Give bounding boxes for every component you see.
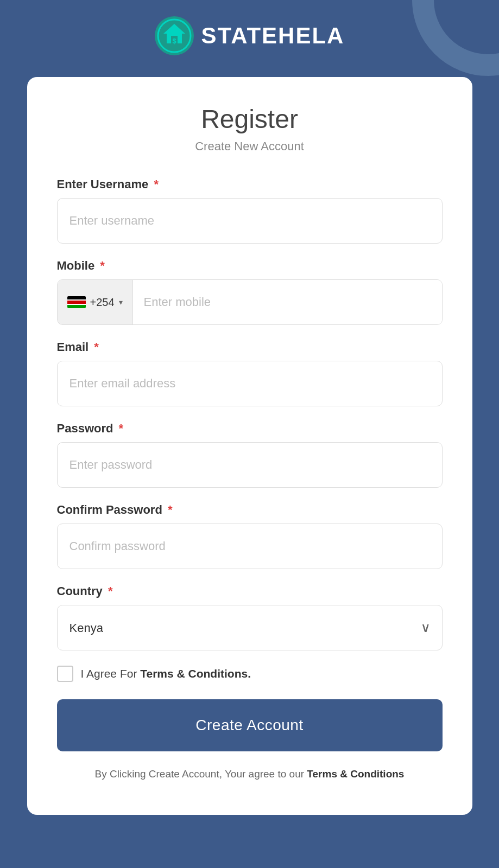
email-group: Email * <box>57 340 443 406</box>
form-title: Register <box>57 104 443 134</box>
header: $ STATEHELA <box>0 0 499 77</box>
mobile-required: * <box>100 259 105 272</box>
svg-text:$: $ <box>172 37 176 45</box>
email-label: Email * <box>57 340 443 354</box>
mobile-row: +254 ▾ <box>57 279 443 325</box>
mobile-group: Mobile * +254 ▾ <box>57 259 443 325</box>
country-select-wrap: Kenya Uganda Tanzania Rwanda ∨ <box>57 605 443 650</box>
username-required: * <box>154 177 159 191</box>
terms-text: I Agree For Terms & Conditions. <box>81 667 251 680</box>
terms-checkbox[interactable] <box>57 666 73 682</box>
mobile-label: Mobile * <box>57 259 443 273</box>
terms-link[interactable]: Terms & Conditions. <box>140 667 251 680</box>
kenya-flag-icon <box>67 296 86 308</box>
brand-name: STATEHELA <box>201 23 345 49</box>
confirm-password-input[interactable] <box>57 524 443 569</box>
password-label: Password * <box>57 422 443 436</box>
email-required: * <box>94 340 99 354</box>
country-code-selector[interactable]: +254 ▾ <box>58 280 133 324</box>
username-label: Enter Username * <box>57 177 443 192</box>
register-form: Enter Username * Mobile * <box>57 177 443 782</box>
create-account-button[interactable]: Create Account <box>57 699 443 751</box>
password-group: Password * <box>57 422 443 488</box>
password-input[interactable] <box>57 442 443 488</box>
username-input[interactable] <box>57 198 443 244</box>
mobile-input[interactable] <box>133 280 442 324</box>
svg-point-0 <box>423 0 499 65</box>
password-required: * <box>119 422 124 435</box>
country-label: Country * <box>57 584 443 598</box>
country-required: * <box>108 584 113 598</box>
register-card: Register Create New Account Enter Userna… <box>27 77 472 815</box>
logo: $ STATEHELA <box>155 16 345 55</box>
confirm-password-required: * <box>168 503 173 516</box>
terms-row: I Agree For Terms & Conditions. <box>57 666 443 682</box>
confirm-password-label: Confirm Password * <box>57 503 443 517</box>
confirm-password-group: Confirm Password * <box>57 503 443 569</box>
country-code-value: +254 <box>90 296 115 309</box>
email-input[interactable] <box>57 361 443 406</box>
country-code-chevron-icon: ▾ <box>119 298 123 307</box>
footer-disclaimer: By Clicking Create Account, Your agree t… <box>57 767 443 782</box>
country-select[interactable]: Kenya Uganda Tanzania Rwanda <box>57 605 443 650</box>
country-group: Country * Kenya Uganda Tanzania Rwanda ∨ <box>57 584 443 650</box>
form-subtitle: Create New Account <box>57 139 443 154</box>
footer-terms-link[interactable]: Terms & Conditions <box>307 768 404 780</box>
logo-icon: $ <box>155 16 194 55</box>
header-decoration <box>401 0 499 76</box>
username-group: Enter Username * <box>57 177 443 244</box>
